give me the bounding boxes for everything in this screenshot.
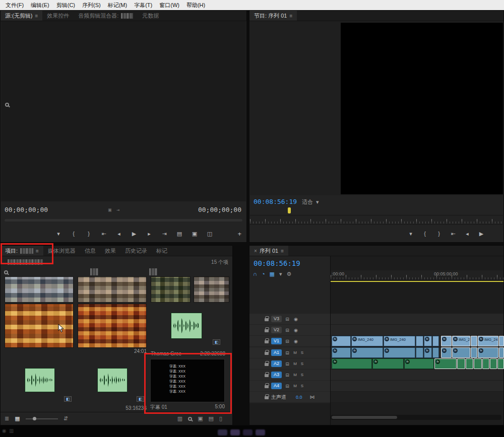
timeline-clip[interactable] — [482, 358, 489, 369]
automate-to-sequence-button[interactable]: ▥ — [177, 415, 182, 422]
solo-button[interactable]: S — [300, 350, 304, 355]
timeline-clip-IMG_240[interactable]: fxIMG_240 — [384, 336, 415, 346]
timeline-clip-IMG_2[interactable]: fxIMG_2 — [452, 336, 470, 346]
mute-button[interactable]: M — [293, 373, 297, 377]
export-settings-icon[interactable]: ⇥ — [116, 207, 119, 212]
source-zoom-scrollbar[interactable] — [5, 219, 242, 222]
timeline-clip[interactable] — [471, 336, 477, 346]
track-lane-A4[interactable] — [331, 381, 503, 391]
add-marker-button[interactable]: ▾ — [51, 231, 66, 237]
timeline-clip[interactable]: fx — [332, 336, 351, 346]
lock-icon[interactable] — [265, 385, 269, 388]
settings-wrench-icon[interactable]: ⚙ — [287, 271, 292, 277]
timeline-clip[interactable]: fx — [452, 347, 470, 358]
panel-menu-icon[interactable]: ≡ — [36, 248, 39, 254]
delete-button[interactable]: ▯ — [219, 415, 222, 422]
lock-icon[interactable] — [265, 374, 269, 377]
program-mini-ruler[interactable] — [250, 215, 503, 225]
menu-marker[interactable]: 标记(M) — [104, 0, 131, 10]
timeline-clip[interactable]: fx — [441, 336, 452, 346]
list-view-button[interactable]: ≣ — [5, 415, 9, 422]
track-target-badge[interactable]: V2 — [271, 327, 282, 333]
find-button[interactable] — [188, 417, 192, 421]
fit-dropdown[interactable]: 适合 ▾ — [302, 198, 319, 206]
project-item-caption[interactable]: 字幕: XXX字幕: XXX字幕: XXX字幕: XXX字幕: XXX字幕: X… — [150, 359, 225, 402]
timeline-clip[interactable] — [490, 358, 497, 369]
timeline-clip[interactable] — [432, 336, 439, 346]
timeline-clip-IMG_240[interactable]: fxIMG_240 — [351, 336, 383, 346]
track-lane-主声道[interactable] — [331, 392, 503, 402]
timeline-clip[interactable]: fx — [441, 347, 452, 358]
tab-metadata[interactable]: 元数据 — [138, 11, 163, 21]
thumbnail-zoom-slider[interactable] — [26, 418, 58, 419]
timeline-clip[interactable]: fx — [434, 358, 457, 369]
timeline-clip[interactable]: fx — [332, 347, 351, 358]
project-item-photo-2[interactable] — [78, 276, 147, 303]
panel-menu-icon[interactable]: ≡ — [35, 13, 38, 19]
mute-button[interactable]: M — [293, 361, 297, 366]
timeline-clip[interactable] — [416, 347, 423, 358]
sync-lock-icon[interactable]: ⊟ — [284, 361, 290, 367]
program-timecode[interactable]: 00:08:56:19 — [254, 198, 297, 205]
toggle-track-output-icon[interactable]: ◉ — [293, 328, 299, 333]
timeline-clip[interactable] — [466, 358, 473, 369]
lock-icon[interactable] — [265, 396, 269, 399]
sync-lock-icon[interactable]: ⊟ — [284, 373, 290, 378]
timeline-clip[interactable] — [499, 336, 504, 346]
add-marker-button[interactable]: ▾ — [406, 231, 416, 237]
panel-menu-icon[interactable]: ≡ — [289, 13, 292, 19]
lock-icon[interactable] — [265, 318, 269, 321]
lock-icon[interactable] — [265, 352, 269, 355]
step-back-button[interactable]: ◂ — [111, 231, 127, 237]
play-button[interactable]: ▶ — [127, 231, 142, 237]
insert-button[interactable]: ▤ — [172, 231, 187, 237]
menu-file[interactable]: 文件(F) — [2, 0, 27, 10]
track-target-badge[interactable]: A2 — [271, 360, 282, 367]
track-target-badge[interactable]: A3 — [271, 372, 282, 378]
timeline-clip[interactable]: fx — [372, 358, 404, 369]
solo-button[interactable]: S — [300, 384, 304, 388]
tab-sequence[interactable]: × 序列 01 ≡ — [249, 246, 288, 256]
project-item-audio-3[interactable] — [97, 368, 128, 392]
menu-clip[interactable]: 剪辑(C) — [53, 0, 79, 10]
project-item-audio-2[interactable] — [25, 368, 55, 392]
menu-window[interactable]: 窗口(W) — [156, 0, 183, 10]
search-icon[interactable] — [4, 270, 8, 274]
project-item-photo-6[interactable] — [78, 304, 147, 348]
tab-history[interactable]: 历史记录 — [120, 246, 152, 256]
menu-title[interactable]: 字幕(T) — [131, 0, 156, 10]
icon-view-button[interactable]: ▦ — [15, 415, 20, 422]
solo-button[interactable]: S — [300, 361, 304, 366]
scrollbar-thumb[interactable] — [332, 416, 397, 419]
timeline-clip[interactable] — [416, 336, 423, 346]
track-lane-V3[interactable] — [331, 314, 503, 324]
timeline-clip[interactable] — [471, 347, 477, 358]
mark-out-button[interactable]: } — [434, 231, 444, 237]
sort-button[interactable]: ⇵ — [64, 415, 68, 422]
mark-in-button[interactable]: { — [66, 231, 81, 237]
project-item-photo-4[interactable] — [194, 276, 229, 303]
go-to-in-button[interactable]: ⇤ — [96, 231, 111, 237]
step-forward-button[interactable]: ▸ — [142, 231, 157, 237]
timeline-clip[interactable]: fx — [424, 336, 432, 346]
sync-lock-icon[interactable]: ⊟ — [284, 317, 290, 322]
mute-button[interactable]: M — [293, 350, 297, 355]
tab-media-browser[interactable]: 媒体浏览器 — [43, 246, 80, 256]
mark-out-button[interactable]: } — [81, 231, 96, 237]
overwrite-button[interactable]: ▣ — [187, 231, 202, 237]
sync-lock-icon[interactable]: ⊟ — [284, 350, 290, 355]
item-name[interactable]: 字幕 01 — [150, 404, 185, 411]
track-target-badge[interactable]: A4 — [271, 383, 282, 389]
timeline-clip[interactable] — [497, 358, 504, 369]
lock-icon[interactable] — [265, 340, 269, 343]
tab-source[interactable]: 源:(无剪辑) ≡ — [1, 11, 42, 21]
master-level-value[interactable]: 0.0 — [296, 395, 302, 400]
toggle-track-output-icon[interactable]: ◉ — [293, 317, 299, 322]
sync-lock-icon[interactable]: ⊟ — [284, 328, 290, 333]
project-item-photo-3[interactable] — [151, 276, 191, 303]
timeline-clip[interactable]: fx — [332, 358, 372, 369]
add-marker-icon[interactable]: ▾ — [279, 271, 282, 277]
output-settings-icon[interactable]: ▣ — [108, 207, 111, 212]
project-item-audio-1[interactable] — [171, 313, 202, 339]
mark-in-button[interactable]: { — [420, 231, 430, 237]
